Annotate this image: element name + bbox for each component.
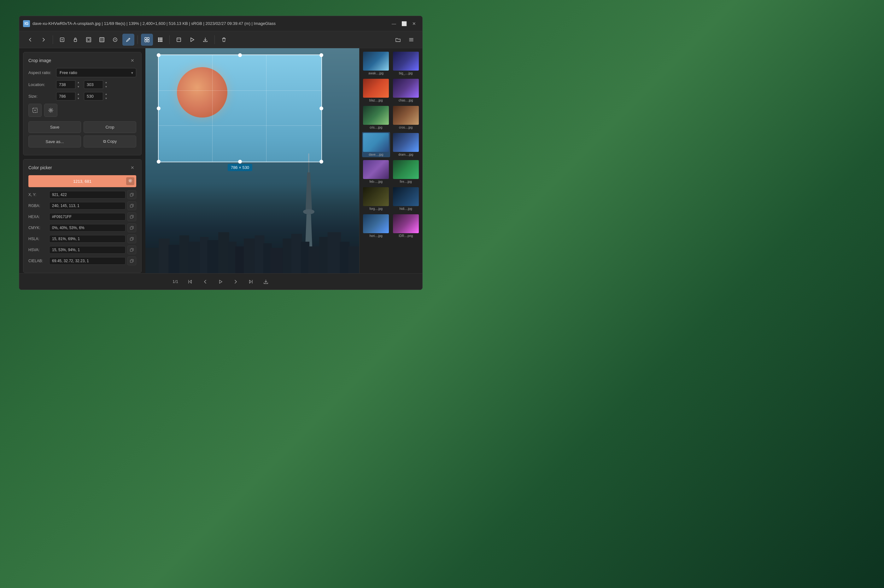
thumb-dram-img [393, 133, 419, 152]
thumbnail-item-dave[interactable]: dave....jpg [362, 132, 390, 157]
titlebar-controls: — ⬜ ✕ [389, 19, 418, 28]
svg-rect-9 [158, 38, 159, 39]
fit-window-button[interactable] [56, 34, 68, 46]
toolbar [19, 31, 422, 48]
thumbnail-item-feb[interactable]: feb-....jpg [362, 159, 390, 184]
export-button[interactable] [199, 34, 211, 46]
close-button[interactable]: ✕ [410, 19, 418, 28]
minimize-button[interactable]: — [389, 19, 398, 28]
xy-row: X, Y: 921, 422 [29, 190, 136, 199]
aspect-ratio-select[interactable]: Free ratio 1:1 4:3 16:9 [56, 68, 136, 77]
zoom-fill-button[interactable] [96, 34, 108, 46]
thumbnail-item-idr[interactable]: IDR....png [392, 213, 420, 238]
save-button[interactable]: Save [29, 122, 81, 133]
location-x-down[interactable]: ▼ [75, 85, 81, 89]
gallery-button[interactable] [141, 34, 153, 46]
location-x-up[interactable]: ▲ [75, 80, 81, 85]
copy-cmyk-button[interactable] [128, 224, 136, 232]
crop-handle-middle-right[interactable] [319, 106, 323, 110]
thumb-awak-img [363, 52, 389, 70]
svg-rect-22 [130, 194, 132, 196]
size-h-wrapper: ▲ ▼ [84, 92, 109, 100]
crop-dim-left [145, 54, 158, 162]
thumbnail-item-dram[interactable]: dram....jpg [392, 132, 420, 157]
thumb-hori-img [363, 214, 389, 233]
crop-handle-middle-left[interactable] [157, 106, 161, 110]
selection-tool-button[interactable] [29, 104, 42, 117]
thumbnail-item-cros[interactable]: cros....jpg [392, 105, 420, 130]
color-picker-title: Color picker [29, 165, 52, 170]
play-button[interactable] [215, 277, 226, 287]
settings-tool-button[interactable] [44, 104, 57, 117]
save-crop-row: Save Crop [29, 122, 136, 133]
thumbnail-item-big[interactable]: big_....jpg [392, 51, 420, 76]
lock-ratio-button[interactable] [69, 34, 81, 46]
first-image-button[interactable] [185, 277, 195, 287]
next-image-button[interactable] [230, 277, 241, 287]
delete-button[interactable] [218, 34, 230, 46]
color-picker-close[interactable]: ✕ [129, 165, 136, 171]
thumbnail-item-fire[interactable]: fire....jpg [392, 159, 420, 184]
edit-button[interactable] [122, 34, 134, 46]
crop-size-display: 786 × 530 [228, 164, 252, 171]
copy-hsla-button[interactable] [128, 234, 136, 243]
location-y-up[interactable]: ▲ [103, 80, 109, 85]
copy-hexa-button[interactable] [128, 212, 136, 221]
menu-button[interactable] [405, 34, 417, 46]
prev-image-button[interactable] [200, 277, 210, 287]
thumbnail-item-forg[interactable]: forg....jpg [362, 186, 390, 212]
crop-handle-top-middle[interactable] [238, 53, 242, 57]
thumbnail-item-hori[interactable]: hori....jpg [362, 213, 390, 238]
main-content: Crop image ✕ Aspect ratio: Free ratio 1:… [19, 48, 422, 273]
copy-xy-button[interactable] [128, 190, 136, 199]
export-nav-button[interactable] [261, 277, 271, 287]
slideshow-button[interactable] [186, 34, 198, 46]
copy-cielab-button[interactable] [128, 256, 136, 266]
thumbnail-item-chas[interactable]: chas....jpg [392, 78, 420, 103]
aspect-ratio-label: Aspect ratio: [29, 70, 54, 75]
crop-handle-bottom-middle[interactable] [238, 160, 242, 164]
crop-handle-bottom-right[interactable] [319, 160, 323, 164]
crop-panel-close[interactable]: ✕ [129, 57, 136, 64]
grid-button[interactable] [154, 34, 166, 46]
last-image-button[interactable] [246, 277, 256, 287]
size-h-down[interactable]: ▼ [103, 96, 109, 101]
color-settings-button[interactable] [126, 177, 134, 185]
copy-button[interactable]: ⧉Copy [84, 135, 136, 147]
thumbnail-item-cris[interactable]: cris....jpg [362, 105, 390, 130]
thumbnail-item-hidi[interactable]: hidi....jpg [392, 186, 420, 212]
zoom-custom-button[interactable] [109, 34, 121, 46]
copy-rgba-button[interactable] [128, 201, 136, 210]
zoom-fit-button[interactable] [83, 34, 95, 46]
crop-handle-bottom-left[interactable] [157, 160, 161, 164]
aspect-ratio-row: Aspect ratio: Free ratio 1:1 4:3 16:9 ▼ [29, 68, 136, 77]
crop-overlay[interactable]: 786 × 530 [145, 48, 359, 273]
size-w-up[interactable]: ▲ [75, 92, 81, 96]
svg-rect-17 [161, 40, 162, 42]
color-picker-header: Color picker ✕ [29, 165, 136, 171]
thumb-idr-img [393, 214, 419, 233]
crop-dim-right [322, 54, 359, 162]
windowed-button[interactable] [173, 34, 185, 46]
forward-button[interactable] [38, 34, 50, 46]
thumb-cris-label: cris....jpg [363, 126, 389, 129]
crop-button[interactable]: Crop [84, 122, 136, 133]
thumb-fire-img [393, 160, 419, 179]
size-h-up[interactable]: ▲ [103, 92, 109, 96]
location-y-down[interactable]: ▼ [103, 85, 109, 89]
back-button[interactable] [24, 34, 36, 46]
maximize-button[interactable]: ⬜ [400, 19, 408, 28]
thumbnail-item-awak[interactable]: awak....jpg [362, 51, 390, 76]
thumbnail-item-blaz[interactable]: blaz....jpg [362, 78, 390, 103]
crop-box[interactable]: 786 × 530 [158, 54, 322, 162]
image-area[interactable]: 786 × 530 [145, 48, 359, 273]
toolbar-right [392, 34, 417, 46]
hsva-value: 15, 53%, 94%, 1 [49, 246, 126, 254]
location-x-wrapper: 738 ▲ ▼ [56, 80, 81, 89]
open-folder-button[interactable] [392, 34, 404, 46]
crop-handle-top-right[interactable] [319, 53, 323, 57]
size-w-down[interactable]: ▼ [75, 96, 81, 101]
copy-hsva-button[interactable] [128, 246, 136, 254]
save-as-button[interactable]: Save as... [29, 135, 81, 147]
crop-handle-top-left[interactable] [157, 53, 161, 57]
